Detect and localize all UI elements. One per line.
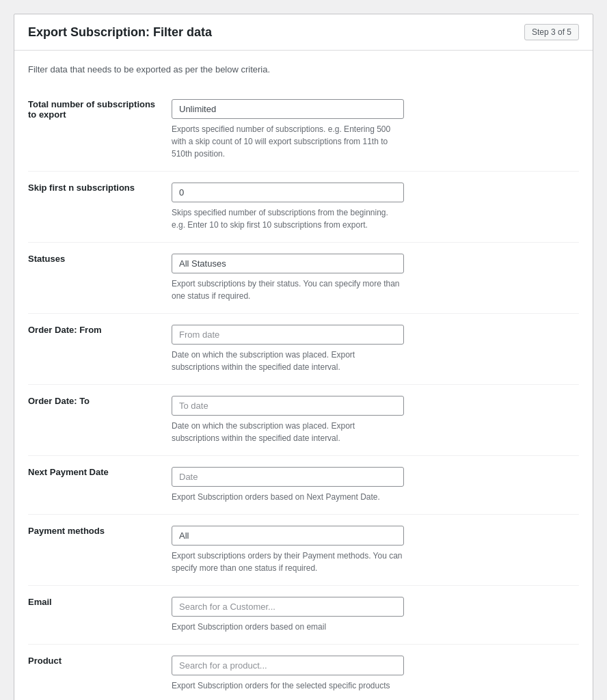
form-row: ProductExport Subscription orders for th… bbox=[28, 645, 579, 701]
field-cell-total_number: Exports specified number of subscription… bbox=[172, 88, 579, 172]
field-label-email: Email bbox=[28, 586, 172, 645]
field-description-total_number: Exports specified number of subscription… bbox=[172, 123, 404, 160]
form-row: EmailExport Subscription orders based on… bbox=[28, 586, 579, 645]
field-input-payment_methods[interactable] bbox=[172, 526, 404, 546]
field-cell-product: Export Subscription orders for the selec… bbox=[172, 645, 579, 701]
field-description-email: Export Subscription orders based on emai… bbox=[172, 621, 404, 633]
field-cell-email: Export Subscription orders based on emai… bbox=[172, 586, 579, 645]
field-cell-next_payment_date: Export Subscription orders based on Next… bbox=[172, 456, 579, 515]
field-cell-order_date_to: Date on which the subscription was place… bbox=[172, 385, 579, 456]
field-label-total_number: Total number of subscriptions to export bbox=[28, 88, 172, 172]
field-cell-statuses: Export subscriptions by their status. Yo… bbox=[172, 243, 579, 314]
field-input-total_number[interactable] bbox=[172, 99, 404, 119]
field-description-statuses: Export subscriptions by their status. Yo… bbox=[172, 278, 404, 302]
form-row: Next Payment DateExport Subscription ord… bbox=[28, 456, 579, 515]
field-description-next_payment_date: Export Subscription orders based on Next… bbox=[172, 491, 404, 503]
field-label-order_date_to: Order Date: To bbox=[28, 385, 172, 456]
field-label-next_payment_date: Next Payment Date bbox=[28, 456, 172, 515]
card-header: Export Subscription: Filter data Step 3 … bbox=[14, 14, 593, 51]
field-input-order_date_from[interactable] bbox=[172, 325, 404, 345]
intro-text: Filter data that needs to be exported as… bbox=[28, 64, 579, 75]
field-input-statuses[interactable] bbox=[172, 254, 404, 273]
form-row: Order Date: ToDate on which the subscrip… bbox=[28, 385, 579, 456]
field-description-payment_methods: Export subscriptions orders by their Pay… bbox=[172, 550, 404, 574]
field-input-order_date_to[interactable] bbox=[172, 396, 404, 416]
field-label-product: Product bbox=[28, 645, 172, 701]
form-row: Payment methodsExport subscriptions orde… bbox=[28, 515, 579, 586]
field-description-order_date_from: Date on which the subscription was place… bbox=[172, 349, 404, 373]
card-body: Filter data that needs to be exported as… bbox=[14, 51, 593, 700]
form-row: Order Date: FromDate on which the subscr… bbox=[28, 314, 579, 385]
field-input-next_payment_date[interactable] bbox=[172, 467, 404, 487]
field-cell-skip_first: Skips specified number of subscriptions … bbox=[172, 172, 579, 243]
field-input-product[interactable] bbox=[172, 656, 404, 675]
field-description-order_date_to: Date on which the subscription was place… bbox=[172, 420, 404, 444]
form-row: Skip first n subscriptionsSkips specifie… bbox=[28, 172, 579, 243]
field-label-order_date_from: Order Date: From bbox=[28, 314, 172, 385]
page-title: Export Subscription: Filter data bbox=[28, 25, 212, 40]
field-label-payment_methods: Payment methods bbox=[28, 515, 172, 586]
field-description-product: Export Subscription orders for the selec… bbox=[172, 679, 404, 692]
field-label-statuses: Statuses bbox=[28, 243, 172, 314]
field-input-email[interactable] bbox=[172, 597, 404, 617]
field-cell-payment_methods: Export subscriptions orders by their Pay… bbox=[172, 515, 579, 586]
field-description-skip_first: Skips specified number of subscriptions … bbox=[172, 206, 404, 231]
field-input-skip_first[interactable] bbox=[172, 183, 404, 202]
field-cell-order_date_from: Date on which the subscription was place… bbox=[172, 314, 579, 385]
form-row: Total number of subscriptions to exportE… bbox=[28, 88, 579, 172]
field-label-skip_first: Skip first n subscriptions bbox=[28, 172, 172, 243]
form-table: Total number of subscriptions to exportE… bbox=[28, 88, 579, 700]
form-row: StatusesExport subscriptions by their st… bbox=[28, 243, 579, 314]
step-badge: Step 3 of 5 bbox=[524, 24, 579, 40]
